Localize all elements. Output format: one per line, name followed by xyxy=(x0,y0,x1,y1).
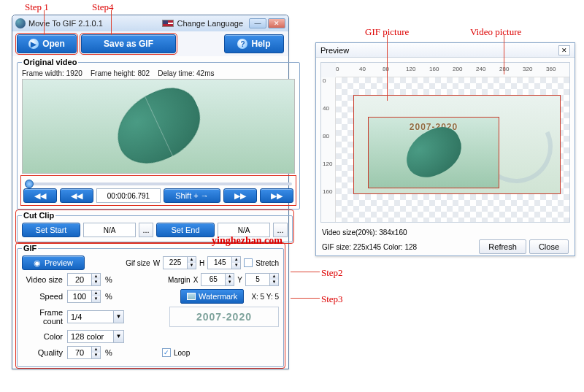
quality-input[interactable]: 70▲▼ xyxy=(67,346,101,359)
step4-label: Step4 xyxy=(92,1,114,13)
step2-label: Step2 xyxy=(321,267,343,279)
watermark-preview: 2007-2020 xyxy=(169,307,279,327)
help-button[interactable]: ? Help xyxy=(224,34,284,53)
end-time-field[interactable]: N/A xyxy=(218,223,270,237)
set-end-button[interactable]: Set End xyxy=(156,223,215,237)
preview-canvas: 04080120160200240280320360 04080120160 2… xyxy=(320,62,570,223)
play-icon: ▶ xyxy=(28,39,39,49)
stretch-checkbox[interactable] xyxy=(244,258,253,267)
preview-header[interactable]: Preview ✕ xyxy=(316,43,575,58)
original-legend: Original video xyxy=(22,58,78,66)
leaf-artwork xyxy=(398,120,469,185)
close-button[interactable]: ✕ xyxy=(268,18,285,28)
preview-close-button[interactable]: Close xyxy=(529,239,569,254)
image-icon xyxy=(187,293,196,300)
preview-info-2: GIF size: 225x145 Color: 128 xyxy=(322,243,417,251)
app-icon xyxy=(15,18,26,28)
ruler-vertical: 04080120160 xyxy=(321,77,336,222)
original-video-group: Original video Frame width: 1920 Frame h… xyxy=(17,58,300,210)
next-fast-button[interactable]: ▶▶ xyxy=(260,188,293,203)
watermark-button[interactable]: Watermark xyxy=(180,289,244,304)
next-button[interactable]: ▶▶ xyxy=(223,188,257,203)
gif-width-input[interactable]: 225▲▼ xyxy=(163,256,196,269)
window-title: Movie To GIF 2.1.0.1 xyxy=(28,19,103,28)
preview-close-corner[interactable]: ✕ xyxy=(558,45,570,55)
video-size-input[interactable]: 20▲▼ xyxy=(67,273,101,286)
margin-y-input[interactable]: 5▲▼ xyxy=(245,273,279,286)
change-language-link[interactable]: Change Language xyxy=(162,19,243,28)
set-start-button[interactable]: Set Start xyxy=(22,223,80,237)
help-icon: ? xyxy=(237,39,247,49)
preview-button[interactable]: ◉ Preview xyxy=(22,255,85,270)
end-browse-button[interactable]: ... xyxy=(273,223,288,237)
gif-height-input[interactable]: 145▲▼ xyxy=(207,256,241,269)
chevron-down-icon: ▼ xyxy=(113,311,123,323)
seek-thumb[interactable] xyxy=(25,180,34,188)
start-browse-button[interactable]: ... xyxy=(139,223,153,237)
title-bar[interactable]: Movie To GIF 2.1.0.1 Change Language — ✕ xyxy=(12,15,288,31)
eye-icon: ◉ xyxy=(34,258,41,268)
loop-checkbox[interactable]: ✓ xyxy=(162,348,171,357)
flag-icon xyxy=(162,20,174,27)
step3-label: Step3 xyxy=(321,293,343,305)
gif-group: GIF ◉ Preview Gif size W 225▲▼ H 145▲▼ S… xyxy=(17,244,284,367)
ruler-horizontal: 04080120160200240280320360 xyxy=(336,63,569,77)
speed-input[interactable]: 100▲▼ xyxy=(67,290,101,303)
margin-x-input[interactable]: 65▲▼ xyxy=(201,273,234,286)
save-as-gif-button[interactable]: Save as GIF xyxy=(81,34,176,53)
open-button[interactable]: ▶ Open xyxy=(17,34,77,53)
main-window: Movie To GIF 2.1.0.1 Change Language — ✕… xyxy=(12,15,289,369)
frame-count-select[interactable]: 1/4▼ xyxy=(67,310,124,323)
cut-clip-legend: Cut Clip xyxy=(22,211,55,220)
leaf-artwork xyxy=(105,79,212,174)
step1-label: Step 1 xyxy=(25,1,49,13)
prev-button[interactable]: ◀◀ xyxy=(60,188,93,203)
video-picture-label: Video picture xyxy=(470,26,521,38)
preview-info-1: Video size(20%): 384x160 xyxy=(316,227,575,238)
gif-frame-outline: 2007-2020 xyxy=(368,117,499,188)
gif-legend: GIF xyxy=(22,244,38,253)
time-display: 00:00:06.791 xyxy=(96,188,161,203)
preview-title: Preview xyxy=(320,46,349,55)
chevron-down-icon: ▼ xyxy=(113,331,123,342)
prev-fast-button[interactable]: ◀◀ xyxy=(23,188,57,203)
minimize-button[interactable]: — xyxy=(249,18,266,28)
toolbar: ▶ Open Save as GIF ? Help xyxy=(12,31,288,56)
video-preview xyxy=(22,79,295,174)
gif-picture-label: GIF picture xyxy=(365,26,409,38)
preview-window: Preview ✕ 04080120160200240280320360 040… xyxy=(315,42,575,256)
color-select[interactable]: 128 color▼ xyxy=(67,330,124,343)
refresh-button[interactable]: Refresh xyxy=(479,239,526,254)
seek-track[interactable] xyxy=(25,182,292,185)
start-time-field[interactable]: N/A xyxy=(83,223,136,237)
video-meta: Frame width: 1920 Frame height: 802 Dela… xyxy=(22,69,295,77)
cut-clip-group: Cut Clip Set Start N/A ... Set End N/A .… xyxy=(17,211,293,242)
shift-right-button[interactable]: Shift + → xyxy=(164,188,220,203)
